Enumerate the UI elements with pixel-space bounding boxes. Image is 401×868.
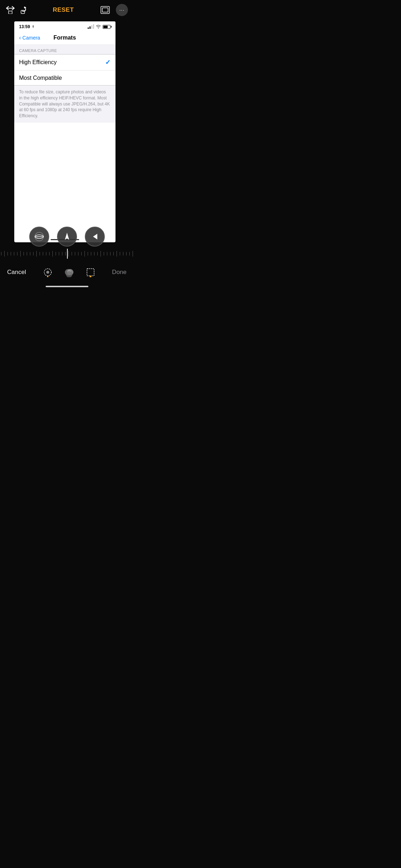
overlay-icon[interactable]: [99, 4, 111, 16]
back-button[interactable]: ‹ Camera: [19, 35, 40, 41]
horizon-icon: [34, 232, 44, 242]
crop-icon[interactable]: [84, 266, 97, 279]
home-indicator: [46, 286, 88, 287]
back-label: Camera: [22, 35, 40, 41]
svg-marker-9: [65, 233, 69, 240]
most-compatible-option[interactable]: Most Compatible: [14, 70, 115, 85]
redo-icon[interactable]: [19, 6, 27, 14]
status-bar: 13:59: [14, 21, 115, 31]
ruler-center-line: [67, 249, 68, 259]
status-time: 13:59: [19, 24, 35, 29]
camera-capture-group: High Efficiency ✓ Most Compatible: [14, 54, 115, 86]
wifi-icon: [96, 24, 101, 29]
svg-marker-10: [93, 234, 97, 239]
horizon-control[interactable]: [29, 227, 49, 247]
status-icons: [88, 24, 110, 29]
svg-rect-2: [21, 10, 25, 14]
high-efficiency-label: High Efficiency: [19, 59, 57, 66]
signal-icon: [88, 25, 94, 29]
back-chevron-icon: ‹: [19, 35, 21, 41]
more-icon[interactable]: ···: [116, 4, 128, 16]
back-arrow-icon: [91, 233, 99, 241]
description-area: To reduce file size, capture photos and …: [14, 86, 115, 123]
battery-icon: [103, 25, 110, 29]
most-compatible-label: Most Compatible: [19, 75, 62, 81]
section-header: CAMERA CAPTURE: [14, 45, 115, 54]
svg-rect-4: [102, 8, 108, 12]
toolbar-right: ···: [99, 4, 128, 16]
color-icon[interactable]: [63, 266, 76, 279]
resize-icon[interactable]: [6, 6, 15, 14]
time-label: 13:59: [19, 24, 30, 29]
action-bar: Cancel Done: [0, 266, 134, 279]
svg-rect-17: [87, 269, 94, 276]
svg-point-12: [46, 271, 49, 274]
adjust-icon[interactable]: [41, 266, 54, 279]
description-text: To reduce file size, capture photos and …: [19, 89, 110, 119]
settings-content: CAMERA CAPTURE High Efficiency ✓ Most Co…: [14, 45, 115, 123]
svg-rect-1: [9, 11, 12, 14]
reset-button[interactable]: RESET: [53, 6, 74, 14]
high-efficiency-option[interactable]: High Efficiency ✓: [14, 55, 115, 70]
direction-control[interactable]: [57, 227, 77, 247]
back-control[interactable]: [85, 227, 105, 247]
checkmark-icon: ✓: [105, 58, 110, 66]
action-icons: [41, 266, 97, 279]
svg-point-13: [47, 276, 48, 277]
phone-screen: 13:59: [14, 21, 115, 242]
direction-icon: [62, 232, 72, 241]
bottom-controls: [0, 227, 134, 247]
page-title: Formats: [53, 35, 76, 41]
toolbar-left: [6, 6, 27, 14]
ruler: [0, 249, 134, 259]
cancel-button[interactable]: Cancel: [7, 269, 26, 276]
location-icon: [31, 25, 35, 29]
done-button[interactable]: Done: [112, 269, 127, 276]
toolbar: RESET ···: [0, 0, 134, 20]
nav-bar: ‹ Camera Formats: [14, 31, 115, 45]
